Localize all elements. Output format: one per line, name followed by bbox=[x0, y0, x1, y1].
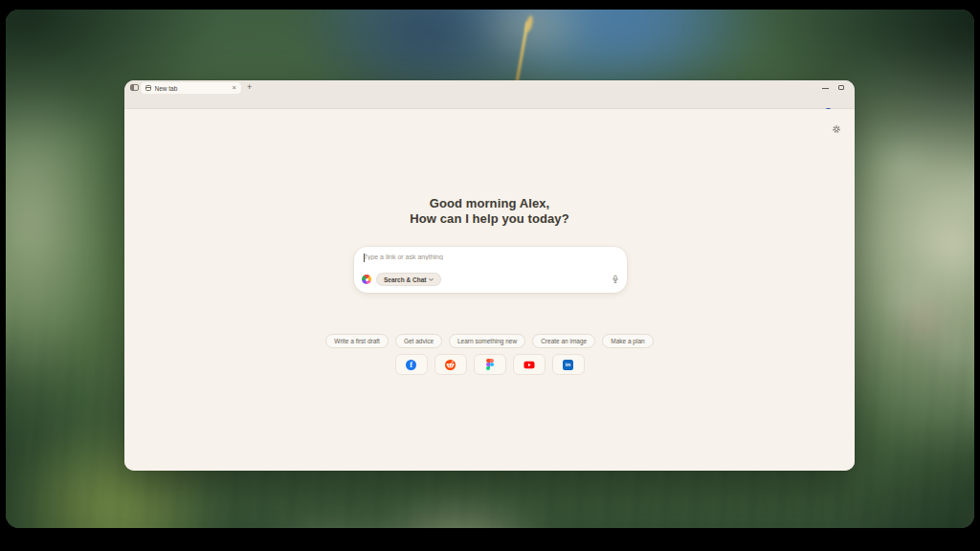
shortcut-figma[interactable] bbox=[474, 354, 506, 375]
chip-get-advice[interactable]: Get advice bbox=[395, 334, 442, 348]
mode-label: Search & Chat bbox=[384, 276, 426, 283]
youtube-icon bbox=[523, 360, 535, 370]
linkedin-icon: in bbox=[563, 360, 573, 370]
chip-learn-something-new[interactable]: Learn something new bbox=[449, 334, 525, 348]
chip-make-a-plan[interactable]: Make a plan bbox=[602, 334, 653, 348]
shortcut-youtube[interactable] bbox=[513, 354, 546, 375]
chip-create-an-image[interactable]: Create an image bbox=[532, 334, 595, 348]
ask-box[interactable]: Search & Chat bbox=[354, 247, 627, 293]
greeting-line2: How can I help you today? bbox=[124, 211, 855, 227]
toolbar: ⋯ bbox=[124, 94, 855, 109]
browser-window: New tab × + ⋯ bbox=[124, 80, 855, 471]
reddit-icon bbox=[445, 360, 456, 370]
mode-selector[interactable]: Search & Chat bbox=[376, 273, 441, 286]
ask-input[interactable] bbox=[364, 253, 608, 260]
tab-close-icon[interactable]: × bbox=[233, 84, 236, 92]
browser-logo-icon bbox=[362, 275, 371, 284]
facebook-icon: f bbox=[406, 360, 416, 370]
microphone-icon[interactable] bbox=[612, 275, 619, 284]
settings-gear-icon[interactable] bbox=[832, 121, 841, 138]
suggestion-chips: Write a first draft Get advice Learn som… bbox=[124, 334, 855, 348]
sidebar-toggle-icon[interactable] bbox=[130, 84, 139, 91]
greeting: Good morning Alex, How can I help you to… bbox=[124, 196, 855, 227]
chevron-down-icon bbox=[429, 277, 434, 282]
figma-icon bbox=[486, 359, 494, 370]
shortcut-facebook[interactable]: f bbox=[395, 354, 428, 375]
tab-new-tab[interactable]: New tab × bbox=[141, 82, 241, 94]
window-maximize-button[interactable] bbox=[838, 85, 844, 91]
new-tab-favicon-icon bbox=[145, 85, 151, 91]
greeting-line1: Good morning Alex, bbox=[124, 196, 855, 211]
shortcut-tiles: f bbox=[124, 354, 855, 375]
chip-write-first-draft[interactable]: Write a first draft bbox=[325, 334, 389, 348]
ask-box-controls: Search & Chat bbox=[362, 272, 619, 287]
tab-strip: New tab × + bbox=[124, 80, 855, 94]
new-tab-page: Good morning Alex, How can I help you to… bbox=[124, 109, 855, 471]
shortcut-linkedin[interactable]: in bbox=[552, 354, 585, 375]
shortcut-reddit[interactable] bbox=[434, 354, 467, 375]
new-tab-button[interactable]: + bbox=[247, 82, 252, 92]
window-minimize-button[interactable] bbox=[822, 88, 829, 89]
tab-title: New tab bbox=[155, 85, 233, 92]
